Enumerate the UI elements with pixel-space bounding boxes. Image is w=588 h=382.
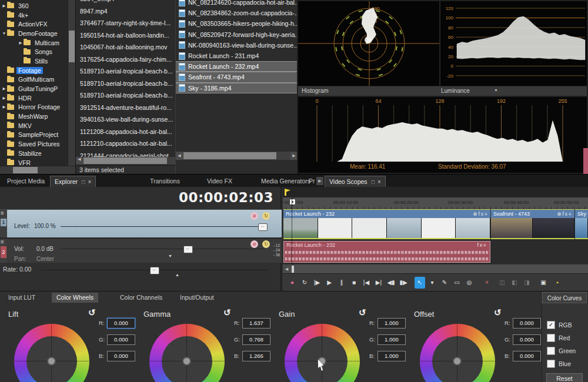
clip-icons[interactable]: fx≡ [477, 242, 487, 249]
next-frame-button[interactable]: ▮▶ [398, 277, 409, 289]
mute-icon[interactable]: ⊘ [250, 212, 258, 220]
video-clip[interactable]: Sky - 3186 [575, 209, 588, 239]
zoom-edit-tool-button[interactable]: ◎ [464, 277, 475, 289]
tree-item-stills[interactable]: Stills [0, 56, 66, 66]
channel-rgb[interactable]: ✓RGB [547, 320, 572, 330]
scroll-left-icon[interactable]: ◀ [76, 157, 83, 165]
media-item[interactable]: Rocket Launch - 232.mp4 [176, 61, 298, 72]
tree-item-songs[interactable]: Songs [0, 47, 66, 56]
tab-explorer[interactable]: Explorer□× [50, 176, 96, 187]
mute-icon[interactable]: ⊘ [250, 240, 258, 248]
checkbox[interactable] [547, 360, 555, 368]
window-icon[interactable]: □ [82, 179, 85, 185]
solo-icon[interactable]: ↻ [262, 240, 270, 248]
expander-right-icon[interactable]: ▶ [1, 105, 7, 109]
loop-playback-button[interactable]: ↻ [299, 277, 310, 289]
expander-right-icon[interactable]: ▶ [1, 86, 7, 91]
tab-input-output[interactable]: Input/Output [175, 293, 219, 303]
media-item[interactable]: NK_083503665-hikers-people-hiking-h... [176, 18, 298, 29]
tab-video-scopes[interactable]: Video Scopes□× [325, 176, 386, 187]
tab-color-channels[interactable]: Color Channels [115, 293, 167, 303]
envelope-edit-tool-button[interactable]: ✎ [439, 277, 450, 289]
media-item[interactable]: NK_082124620-cappadocia-hot-air-bal... [176, 0, 298, 8]
tree-item-saved-pictures[interactable]: Saved Pictures [0, 139, 66, 149]
tab-video-fx[interactable]: Video FX [203, 176, 236, 187]
tab-transitions[interactable]: Transitions [146, 176, 184, 187]
event-menu-icon[interactable]: ≡ [569, 211, 573, 217]
reset-icon[interactable]: ↺ [359, 307, 366, 318]
record-button[interactable]: ● [287, 277, 298, 289]
lift-b-value[interactable]: 0.000 [107, 351, 135, 361]
play-button[interactable]: ▶ [324, 277, 335, 289]
file-list-scrollbar[interactable]: ◀ [76, 157, 175, 165]
timecode-display[interactable]: 00:00:02:03 [179, 190, 273, 205]
trim-start-tool-button[interactable]: ◧ [509, 277, 520, 289]
slider-handle[interactable] [150, 267, 159, 274]
media-list-scrollbar[interactable]: ◀ ▶ [176, 152, 298, 160]
tab-scroll-right-icon[interactable]: ▶ [316, 177, 323, 185]
tree-item-4k[interactable]: 4k+ [0, 11, 66, 20]
offset-g-value[interactable]: 0.000 [513, 334, 541, 345]
scroll-left-icon[interactable]: ◀ [176, 152, 183, 160]
file-item[interactable]: 1121208-cappadocia-hot-air-bal... [76, 126, 175, 138]
close-icon[interactable]: × [88, 179, 92, 185]
rate-slider[interactable] [41, 270, 268, 270]
color-wheel[interactable] [285, 324, 360, 382]
reset-icon[interactable]: ↺ [494, 307, 502, 318]
scrollbar-thumb[interactable] [69, 31, 75, 62]
checkbox[interactable] [547, 347, 555, 355]
offset-r-value[interactable]: 0.000 [513, 318, 541, 329]
lift-g-value[interactable]: 0.000 [107, 334, 135, 345]
gamma-r-value[interactable]: 1.637 [242, 318, 270, 329]
media-item[interactable]: NK-080940163-view-ball-during-sunse... [176, 40, 298, 51]
event-fx-icon[interactable]: fx [477, 242, 483, 248]
gamma-b-value[interactable]: 1.266 [242, 351, 270, 361]
expander-right-icon[interactable]: ▶ [18, 41, 24, 45]
file-item[interactable]: 1950154-hot-air-balloon-landin... [76, 29, 175, 42]
lift-r-value[interactable]: 0.000 [107, 318, 135, 329]
file-item[interactable]: 3940163-view-ball-during-sunse... [76, 113, 175, 126]
tab-input-lut[interactable]: Input LUT [4, 293, 40, 303]
file-item[interactable]: 6364_0.mp4 [76, 0, 175, 5]
color-wheel[interactable] [14, 324, 89, 382]
wheel-puck[interactable] [47, 357, 56, 366]
marker-flag-icon[interactable] [285, 189, 290, 196]
slider-handle[interactable] [258, 223, 268, 231]
window-icon[interactable]: □ [372, 179, 375, 185]
file-item[interactable]: 1045067-hot-air-ballooning.mov [76, 41, 175, 53]
gain-b-value[interactable]: 1.000 [377, 351, 406, 361]
track-menu-icon[interactable]: ≡ [1, 210, 6, 216]
event-menu-icon[interactable]: ≡ [483, 242, 487, 248]
video-track-header[interactable]: ≡ 1 Level: 100.0 % ⊘ ↻ [0, 209, 282, 237]
previous-frame-button[interactable]: ◀▮ [386, 277, 396, 289]
tree-item-stabilize[interactable]: Stabilize [0, 149, 66, 158]
tree-item-actionvfx[interactable]: ActionVFX [0, 19, 66, 29]
tree-horizontal-scrollbar[interactable] [0, 166, 75, 174]
stop-button[interactable]: ■ [349, 277, 359, 289]
tree-item-golfmulticam[interactable]: GolfMulticam [0, 75, 66, 85]
close-icon[interactable]: × [377, 179, 381, 185]
expander-down-icon[interactable]: ▼ [1, 31, 7, 35]
time-ruler[interactable]: 00:00:00:0000:00:10:0000:00:20:0000:00:3… [283, 197, 588, 210]
solo-icon[interactable]: ↻ [262, 212, 270, 220]
timeline-scrollbar[interactable]: ◀ [283, 264, 588, 274]
event-menu-icon[interactable]: ≡ [485, 211, 489, 217]
audio-track-header[interactable]: ≡ 2 Vol: 0.0 dB Pan: Center ▼ ⊘ ↻ - 12- … [0, 238, 282, 263]
channel-blue[interactable]: Blue [547, 359, 571, 368]
split-tool-button[interactable]: ◫ [497, 277, 507, 289]
play-from-start-button[interactable]: |▶ [312, 277, 322, 289]
tree-item-mkv[interactable]: MKV [0, 121, 66, 130]
scrollbar-thumb[interactable] [13, 167, 38, 173]
reset-icon[interactable]: ↺ [223, 307, 231, 318]
color-wheel[interactable] [420, 324, 495, 382]
level-slider[interactable] [61, 226, 266, 227]
tree-vertical-scrollbar[interactable] [68, 0, 75, 166]
clip-icons[interactable]: ⊕fx≡ [557, 210, 573, 218]
file-item[interactable]: 1121210-cappadocia-hot-air-bal... [76, 138, 175, 150]
file-item[interactable]: 8947.mp4 [76, 5, 175, 18]
trim-end-tool-button[interactable]: ◨ [522, 277, 532, 289]
checkbox[interactable]: ✓ [547, 321, 555, 329]
scrollbar-thumb[interactable] [83, 158, 167, 164]
slider-handle[interactable] [183, 246, 193, 253]
go-to-end-button[interactable]: ▶| [373, 277, 384, 289]
